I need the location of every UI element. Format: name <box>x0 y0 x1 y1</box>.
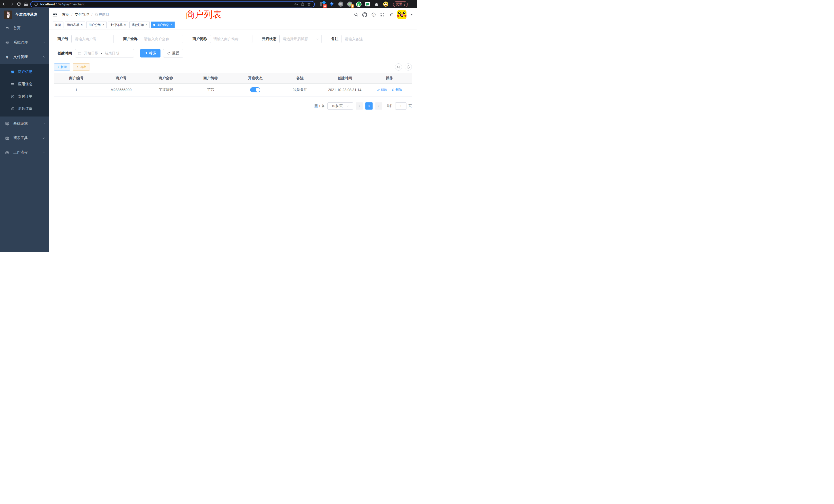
sidebar-item-workflow[interactable]: 工作流程 <box>0 145 49 160</box>
sidebar-item-app-info[interactable]: 应用信息 <box>0 78 49 90</box>
page-content: 商户号 商户全称 商户简称 开启状态 请选择开启状态 <box>49 29 417 252</box>
tab-label: 商户信息 <box>157 23 169 27</box>
breadcrumb-separator: / <box>71 13 72 17</box>
extension-puzzle-icon[interactable] <box>374 1 379 7</box>
hide-search-button[interactable] <box>395 63 402 71</box>
sidebar-item-refund-order[interactable]: 退款订单 <box>0 102 49 115</box>
sidebar-item-infrastructure[interactable]: 基础设施 <box>0 116 49 131</box>
date-range-picker[interactable]: 开始日期 - 结束日期 <box>75 49 134 58</box>
sidebar-item-merchant-info[interactable]: 商户信息 <box>0 66 49 78</box>
app-title: 芋道管理系统 <box>16 12 37 17</box>
sidebar-item-dev-tools[interactable]: 研发工具 <box>0 131 49 145</box>
sidebar-item-pay-order[interactable]: ¥ 支付订单 <box>0 90 49 102</box>
reset-button[interactable]: 重置 <box>163 49 183 58</box>
site-info-icon[interactable] <box>34 2 38 6</box>
close-icon[interactable]: × <box>171 23 172 26</box>
toolbar-right <box>395 63 412 71</box>
gear-icon <box>5 41 9 45</box>
close-icon[interactable]: × <box>124 23 126 26</box>
github-icon[interactable] <box>362 12 367 17</box>
date-end-placeholder: 结束日期 <box>105 51 119 56</box>
field-label: 商户简称 <box>193 37 207 41</box>
sidebar-item-label: 系统管理 <box>13 40 42 45</box>
extension-gem-pin-icon[interactable] <box>329 1 334 7</box>
add-button[interactable]: + 新增 <box>54 63 70 71</box>
breadcrumb-current: 商户信息 <box>95 12 109 17</box>
avatar-dropdown-caret[interactable] <box>410 14 413 16</box>
search-button-label: 搜索 <box>149 51 156 56</box>
tab-user-group[interactable]: 用户分组 × <box>86 22 107 28</box>
col-actions: 操作 <box>367 73 412 84</box>
chevron-down-icon <box>42 151 45 154</box>
delete-link[interactable]: 删除 <box>392 88 402 92</box>
sidebar-collapse-icon[interactable] <box>53 12 58 17</box>
browser-home-icon[interactable] <box>23 1 29 7</box>
pagination-goto: 前往 页 <box>387 102 412 110</box>
close-icon[interactable]: × <box>81 23 83 26</box>
close-icon[interactable]: × <box>146 23 147 26</box>
col-merchant-id: 商户编号 <box>54 73 98 84</box>
merchant-no-input[interactable] <box>71 35 114 43</box>
filter-row-1: 商户号 商户全称 商户简称 开启状态 请选择开启状态 <box>58 35 412 43</box>
status-select[interactable]: 请选择开启状态 <box>279 35 322 43</box>
legends-square-top <box>320 2 322 4</box>
sidebar-item-label: 工作流程 <box>13 150 42 155</box>
search-icon[interactable] <box>354 12 358 17</box>
page-size-select[interactable]: 10条/页 <box>327 102 353 110</box>
share-icon[interactable] <box>301 2 305 6</box>
tab-process-form[interactable]: 流程表单 × <box>65 22 85 28</box>
browser-reload-icon[interactable] <box>16 1 22 7</box>
sidebar-item-system[interactable]: 系统管理 <box>0 36 49 50</box>
extension-emoji-icon[interactable] <box>383 1 389 7</box>
breadcrumb-separator: / <box>91 13 92 17</box>
address-bar[interactable]: localhost:1024/pay/merchant <box>30 1 315 7</box>
extension-command-icon[interactable]: ⌘ <box>338 1 344 7</box>
user-avatar[interactable] <box>397 10 407 19</box>
tab-pay-order[interactable]: 支付订单 × <box>108 22 128 28</box>
tab-home[interactable]: 首页 <box>53 22 63 28</box>
help-icon[interactable]: ? <box>371 12 376 17</box>
shop-icon <box>11 70 15 74</box>
briefcase-icon <box>5 151 9 155</box>
browser-menu-icon[interactable] <box>404 3 405 6</box>
goto-page-input[interactable] <box>395 102 407 110</box>
breadcrumb-payment[interactable]: 支付管理 <box>75 12 89 17</box>
extension-status-icon[interactable]: 1 <box>347 1 353 7</box>
next-page-button[interactable] <box>375 102 382 110</box>
extension-yudao-icon[interactable]: y <box>356 1 361 7</box>
browser-back-icon[interactable] <box>2 1 7 7</box>
sidebar-item-home[interactable]: 首页 <box>0 21 49 36</box>
pagination-total: 共 1 条 <box>314 104 325 108</box>
field-label: 商户号 <box>58 37 68 41</box>
export-button[interactable]: 导出 <box>73 63 90 71</box>
svg-text:?: ? <box>373 14 374 16</box>
password-key-icon[interactable] <box>294 2 299 6</box>
status-toggle-on[interactable] <box>250 87 260 92</box>
breadcrumb-home[interactable]: 首页 <box>62 12 69 17</box>
page-number-current[interactable]: 1 <box>366 102 373 110</box>
short-name-input[interactable] <box>210 35 253 43</box>
sidebar-item-payment[interactable]: ¥ 支付管理 <box>0 50 49 64</box>
tab-merchant-info[interactable]: 商户信息 × <box>151 22 175 28</box>
font-size-icon[interactable] <box>389 12 393 17</box>
refresh-table-button[interactable] <box>405 63 412 71</box>
url-text[interactable]: localhost:1024/pay/merchant <box>40 2 292 6</box>
search-button[interactable]: 搜索 <box>140 49 160 58</box>
browser-forward-icon[interactable] <box>9 1 14 7</box>
table-header-row: 商户编号 商户号 商户全称 商户简称 开启状态 备注 创建时间 操作 <box>54 73 412 84</box>
remark-input[interactable] <box>342 35 387 43</box>
prev-page-button[interactable] <box>356 102 363 110</box>
fullscreen-icon[interactable] <box>380 12 385 17</box>
bookmark-star-icon[interactable] <box>307 2 311 6</box>
extension-badge: 1 <box>351 4 354 8</box>
table-toolbar: + 新增 导出 <box>54 63 412 71</box>
extension-legends-icon[interactable]: 10 <box>320 1 326 7</box>
close-icon[interactable]: × <box>103 23 104 26</box>
full-name-input[interactable] <box>141 35 183 43</box>
extension-chat-icon[interactable] <box>365 1 371 7</box>
chevron-down-icon <box>42 41 45 44</box>
edit-link[interactable]: 修改 <box>377 88 388 92</box>
sidebar-logo-row[interactable]: 芋道管理系统 <box>0 8 49 21</box>
browser-update-button[interactable]: 更新 <box>393 1 408 7</box>
tab-refund-order[interactable]: 退款订单 × <box>129 22 150 28</box>
